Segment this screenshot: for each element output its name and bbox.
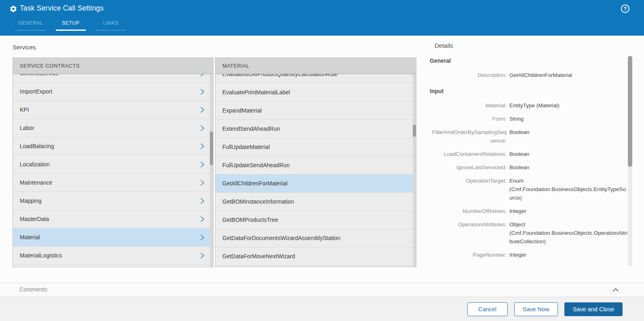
- details-field-value: Boolean: [509, 150, 628, 158]
- details-field-value: String: [509, 115, 628, 123]
- comments-bar[interactable]: Comments:: [0, 283, 644, 297]
- main-scrollbar-thumb[interactable]: [628, 56, 632, 167]
- tab-setup[interactable]: SETUP: [56, 18, 86, 31]
- chevron-right-icon: [200, 161, 205, 168]
- details-panel: Details GeneralDescription:GetAllChildre…: [430, 42, 629, 264]
- save-now-button[interactable]: Save Now: [514, 302, 558, 316]
- details-title: Details: [435, 42, 629, 49]
- list-item[interactable]: ExtendSendAheadRun: [215, 120, 413, 138]
- methods-scrollbar-thumb[interactable]: [413, 125, 416, 137]
- service-methods-header: MATERIAL: [215, 58, 416, 74]
- tab-general[interactable]: GENERAL: [16, 18, 46, 31]
- list-item[interactable]: EvaluatePrintMaterialLabel: [215, 83, 413, 102]
- list-item[interactable]: Labor: [13, 119, 210, 137]
- app-header: Task Service Call Settings ? GENERALSETU…: [0, 0, 644, 36]
- list-item-label: GenericService: [20, 74, 200, 77]
- list-item[interactable]: FullUpdateMaterial: [215, 138, 413, 156]
- list-item[interactable]: GetDataForMoveNextWizard: [215, 247, 413, 266]
- list-item-label: ExtendSendAheadRun: [222, 125, 408, 132]
- cancel-button[interactable]: Cancel: [467, 302, 508, 316]
- methods-scrollbar-track[interactable]: [413, 74, 416, 267]
- details-field: OperationTarget:Enum (Cmf.Foundation.Bus…: [430, 176, 629, 202]
- list-item-label: EvaluateBOMProductQuantityCalculationRul…: [222, 74, 408, 77]
- save-and-close-button[interactable]: Save and Close: [564, 302, 623, 316]
- details-field: Material:EntityType (Material): [430, 101, 629, 110]
- chevron-right-icon: [200, 252, 205, 259]
- details-field: Description:GetAllChildrenForMaterial: [430, 71, 629, 79]
- details-field-value: GetAllChildrenForMaterial: [509, 71, 628, 79]
- list-item-label: FullUpdateSendAheadRun: [222, 162, 408, 168]
- details-section-title: Input: [430, 88, 629, 94]
- page-title: Task Service Call Settings: [20, 4, 104, 13]
- list-item[interactable]: Mapping: [13, 192, 210, 210]
- help-icon[interactable]: ?: [621, 4, 629, 13]
- service-methods-list: MATERIAL EvaluateBOMProductQuantityCalcu…: [215, 57, 416, 267]
- list-item-label: GetBOMProductsTree: [222, 217, 408, 223]
- list-item[interactable]: KPI: [13, 101, 210, 119]
- details-field-label: Material:: [430, 101, 507, 110]
- list-item[interactable]: MaterialLogistics: [13, 247, 210, 265]
- list-item[interactable]: ImportExport: [13, 83, 210, 101]
- list-item[interactable]: Maintenance: [13, 174, 210, 192]
- chevron-right-icon: [200, 143, 205, 150]
- details-field-value: Enum (Cmf.Foundation.BusinessObjects.Ent…: [509, 176, 628, 202]
- contracts-scrollbar-track[interactable]: [210, 74, 213, 267]
- contracts-scrollbar-thumb[interactable]: [210, 132, 213, 165]
- details-field: LoadContainersRelations:Boolean: [430, 150, 629, 158]
- details-field-value: EntityType (Material): [509, 101, 628, 110]
- details-field: OperationAttributes:Object (Cmf.Foundati…: [430, 220, 629, 246]
- list-item-label: Localization: [20, 161, 200, 168]
- chevron-up-icon[interactable]: [612, 288, 619, 292]
- action-bar: CancelSave NowSave and Close: [0, 297, 644, 321]
- main-scrollbar-track[interactable]: [628, 56, 632, 266]
- details-field-label: Form:: [430, 115, 507, 123]
- details-field-label: FilterAndOrderBySamplingSequence:: [430, 128, 507, 145]
- list-item-label: FullUpdateMaterial: [222, 144, 408, 150]
- list-item-label: Material: [20, 234, 200, 240]
- list-item[interactable]: FullUpdateSendAheadRun: [215, 156, 413, 174]
- details-field-label: IgnoreLastServiceId:: [430, 163, 507, 172]
- list-item[interactable]: Material: [13, 228, 210, 247]
- details-field: FilterAndOrderBySamplingSequence:Boolean: [430, 128, 629, 145]
- list-item[interactable]: MasterData: [13, 210, 210, 228]
- list-item-label: Maintenance: [20, 179, 200, 186]
- list-item[interactable]: GenericService: [13, 74, 210, 83]
- chevron-right-icon: [200, 234, 205, 241]
- details-field-value: Integer: [509, 251, 628, 259]
- details-field: NumberOfRetries:Integer: [430, 207, 629, 215]
- tab-bar: GENERALSETUPLINKS: [16, 18, 136, 31]
- list-item[interactable]: GetBOMInstanceInformation: [215, 193, 413, 211]
- tab-links[interactable]: LINKS: [96, 18, 126, 31]
- list-item[interactable]: GetBOMProductsTree: [215, 211, 413, 229]
- list-item-label: EvaluatePrintMaterialLabel: [222, 89, 408, 96]
- gear-icon: [9, 5, 17, 13]
- list-item[interactable]: EvaluateBOMProductQuantityCalculationRul…: [215, 74, 413, 83]
- list-item-label: GetAllChildrenForMaterial: [222, 180, 408, 187]
- service-contracts-list: SERVICE CONTRACTS GenericServiceImportEx…: [13, 57, 213, 267]
- details-field-value: Integer: [509, 207, 628, 215]
- details-field-label: PageNumber:: [430, 251, 507, 259]
- services-title: Services: [13, 44, 36, 51]
- chevron-right-icon: [200, 88, 205, 95]
- list-item[interactable]: Localization: [13, 155, 210, 174]
- details-field-value: Object (Cmf.Foundation.BusinessObjects.O…: [509, 220, 628, 246]
- details-field-value: Boolean: [509, 128, 628, 145]
- list-item-label: GetDataForMoveNextWizard: [222, 253, 408, 259]
- list-item[interactable]: LoadBalacing: [13, 137, 210, 155]
- details-field: PageNumber:Integer: [430, 251, 629, 259]
- details-field-label: LoadContainersRelations:: [430, 150, 507, 158]
- list-item-label: MaterialLogistics: [20, 252, 200, 259]
- details-field-value: Boolean: [509, 163, 628, 172]
- list-item[interactable]: GetAllChildrenForMaterial: [215, 174, 413, 193]
- list-item-label: MasterData: [20, 216, 200, 222]
- list-item[interactable]: GetDataForDocumentsWizardAssemblyStation: [215, 229, 413, 247]
- list-item[interactable]: ExpandMaterial: [215, 102, 413, 120]
- chevron-right-icon: [200, 198, 205, 204]
- details-field-label: OperationTarget:: [430, 176, 507, 202]
- list-item-label: GetDataForDocumentsWizardAssemblyStation: [222, 235, 408, 241]
- details-field: IgnoreLastServiceId:Boolean: [430, 163, 629, 172]
- chevron-right-icon: [200, 74, 205, 77]
- comments-label: Comments:: [19, 286, 49, 293]
- chevron-right-icon: [200, 216, 205, 223]
- details-field-label: OperationAttributes:: [430, 220, 507, 246]
